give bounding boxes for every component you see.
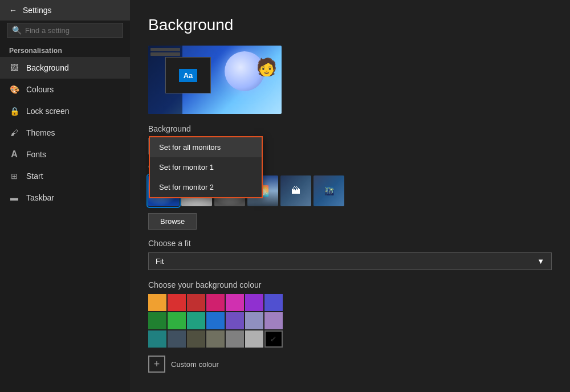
themes-icon: 🖌	[9, 128, 19, 138]
colour-swatch-steel[interactable]	[245, 312, 263, 329]
colour-swatch-blue[interactable]	[206, 312, 225, 329]
sidebar-item-label: Themes	[26, 128, 55, 137]
sidebar-item-label: Colours	[26, 85, 54, 94]
back-button[interactable]: ← Settings	[0, 0, 130, 21]
fit-dropdown-arrow-icon: ▼	[537, 257, 544, 266]
picture-thumb-6[interactable]: 🌃	[314, 175, 344, 206]
context-menu: Set for all monitors Set for monitor 1 S…	[149, 136, 263, 198]
custom-colour-button[interactable]: + Custom colour	[148, 353, 552, 375]
sidebar-item-label: Start	[26, 172, 43, 181]
colour-grid: ✓	[148, 294, 552, 348]
colour-swatch-darkteal[interactable]	[148, 330, 166, 348]
thumb-image-5: 🏔	[280, 175, 311, 206]
colour-swatch-slate[interactable]	[168, 330, 186, 348]
preview-aa-text: Aa	[179, 69, 198, 82]
sidebar-item-colours[interactable]: 🎨 Colours	[0, 79, 130, 100]
colour-swatch-orange[interactable]	[148, 294, 166, 311]
sidebar: ← Settings 🔍 Personalisation 🖼 Backgroun…	[0, 0, 130, 392]
preview-bar	[150, 48, 180, 51]
preview-figure: 🧑	[256, 57, 277, 77]
colour-swatch-darkgreen[interactable]	[148, 312, 166, 329]
colour-row-1	[148, 294, 552, 311]
preview-window: Aa	[165, 57, 211, 93]
colour-swatch-olive[interactable]	[187, 330, 205, 348]
plus-icon: +	[148, 356, 165, 373]
background-section-label: Background	[148, 124, 552, 133]
colour-swatch-red[interactable]	[168, 294, 186, 311]
main-content: Background Aa 🧑 Background Picture ▼ Set…	[130, 0, 570, 392]
sidebar-item-start[interactable]: ⊞ Start	[0, 165, 130, 187]
colour-swatch-purple[interactable]	[245, 294, 263, 311]
colour-swatch-lavender[interactable]	[226, 312, 244, 329]
colour-swatch-magenta[interactable]	[226, 294, 244, 311]
back-label: Settings	[23, 6, 52, 15]
taskbar-icon: ▬	[9, 193, 19, 203]
colour-swatch-indigo[interactable]	[264, 294, 283, 311]
fonts-icon: A	[9, 149, 19, 160]
lock-icon: 🔒	[9, 106, 19, 116]
colour-row-3: ✓	[148, 330, 552, 348]
fit-dropdown[interactable]: Fit ▼	[148, 252, 552, 270]
background-preview: Aa 🧑	[148, 46, 282, 114]
thumb-image-6: 🌃	[314, 175, 344, 206]
colour-swatch-darkred[interactable]	[187, 294, 205, 311]
background-type-dropdown[interactable]: Picture ▼ Set for all monitors Set for m…	[148, 138, 251, 154]
preview-bar	[150, 52, 180, 56]
colour-swatch-teal[interactable]	[187, 312, 205, 329]
choose-fit-label: Choose a fit	[148, 239, 552, 248]
custom-colour-label: Custom colour	[171, 360, 219, 369]
colour-swatch-lightgray[interactable]	[245, 330, 263, 348]
page-title: Background	[148, 16, 552, 34]
sidebar-item-fonts[interactable]: A Fonts	[0, 144, 130, 165]
colour-swatch-gray[interactable]	[226, 330, 244, 348]
background-icon: 🖼	[9, 63, 19, 73]
search-icon: 🔍	[12, 26, 22, 35]
context-menu-item-all-monitors[interactable]: Set for all monitors	[150, 137, 262, 157]
sidebar-item-label: Lock screen	[26, 107, 69, 116]
colour-swatch-green[interactable]	[168, 312, 186, 329]
sidebar-section-label: Personalisation	[0, 42, 130, 57]
sidebar-item-themes[interactable]: 🖌 Themes	[0, 122, 130, 144]
sidebar-item-label: Fonts	[26, 150, 46, 159]
colour-swatch-black[interactable]: ✓	[264, 330, 283, 348]
search-input[interactable]	[25, 26, 118, 35]
background-dropdown-row: Picture ▼ Set for all monitors Set for m…	[148, 138, 552, 154]
sidebar-item-label: Taskbar	[26, 193, 54, 202]
search-bar[interactable]: 🔍	[7, 23, 123, 38]
colour-swatch-taupe[interactable]	[206, 330, 225, 348]
choose-colour-label: Choose your background colour	[148, 280, 552, 289]
sidebar-item-taskbar[interactable]: ▬ Taskbar	[0, 187, 130, 209]
start-icon: ⊞	[9, 171, 19, 181]
colour-swatch-mauve[interactable]	[264, 312, 283, 329]
colour-row-2	[148, 312, 552, 329]
sidebar-item-background[interactable]: 🖼 Background	[0, 57, 130, 79]
sidebar-item-label: Background	[26, 63, 69, 72]
picture-thumb-5[interactable]: 🏔	[280, 175, 311, 206]
browse-button[interactable]: Browse	[148, 213, 197, 230]
colour-swatch-pink[interactable]	[206, 294, 225, 311]
sidebar-item-lock-screen[interactable]: 🔒 Lock screen	[0, 100, 130, 122]
context-menu-item-monitor2[interactable]: Set for monitor 2	[150, 177, 262, 197]
colours-icon: 🎨	[9, 84, 19, 95]
back-icon: ←	[9, 6, 17, 15]
fit-value: Fit	[156, 257, 164, 266]
context-menu-item-monitor1[interactable]: Set for monitor 1	[150, 157, 262, 177]
